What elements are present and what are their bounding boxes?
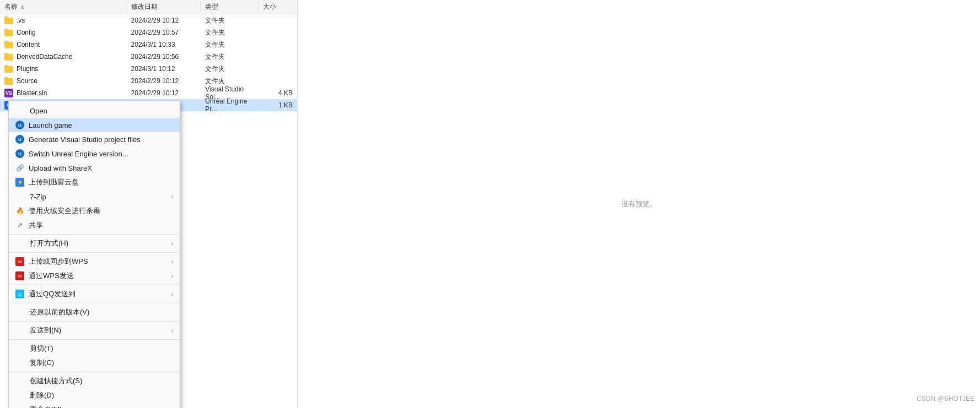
col-name-header[interactable]: 名称 ∧	[0, 1, 127, 13]
file-date-cell: 2024/2/29 10:56	[127, 53, 201, 61]
sort-arrow-icon: ∧	[20, 4, 24, 10]
empty-icon	[15, 344, 25, 353]
file-date-cell: 2024/2/29 10:12	[127, 17, 201, 24]
ctx-label: 7-Zip	[30, 193, 167, 201]
ctx-item-rename[interactable]: 重命名(M)	[9, 402, 180, 408]
ue-icon: U	[15, 121, 24, 129]
ctx-item-delete[interactable]: 删除(D)	[9, 388, 180, 402]
ctx-label: 上传或同步到WPS	[29, 257, 167, 266]
ue-icon: U	[15, 135, 24, 144]
no-preview-panel: 没有预览。	[298, 0, 980, 408]
table-row[interactable]: Config 2024/2/29 10:57 文件夹	[0, 26, 297, 39]
ctx-separator	[9, 339, 180, 340]
ctx-separator	[9, 285, 180, 285]
ctx-item-fire-antivirus[interactable]: 🔥 使用火绒安全进行杀毒	[9, 204, 180, 218]
submenu-arrow-icon: ›	[171, 259, 173, 265]
table-row[interactable]: .vs 2024/2/29 10:12 文件夹	[0, 14, 297, 26]
ctx-label: 复制(C)	[30, 358, 173, 368]
no-preview-text: 没有预览。	[621, 199, 657, 209]
submenu-arrow-icon: ›	[171, 241, 173, 247]
ctx-label: Launch game	[29, 121, 173, 129]
ctx-label: 通过WPS发送	[29, 271, 167, 281]
empty-icon	[15, 238, 25, 248]
folder-icon	[4, 65, 13, 73]
ctx-separator	[9, 303, 180, 303]
submenu-arrow-icon: ›	[171, 194, 173, 200]
folder-icon	[4, 41, 13, 48]
file-date-cell: 2024/3/1 10:33	[127, 41, 201, 48]
ctx-item-upload-sharex[interactable]: 🔗 Upload with ShareX	[9, 161, 180, 175]
file-name-cell: Config	[0, 29, 127, 36]
ctx-item-open[interactable]: Open	[9, 104, 180, 118]
empty-icon	[15, 325, 25, 335]
table-row[interactable]: Plugins 2024/3/1 10:12 文件夹	[0, 63, 297, 75]
wps-upload-icon: W	[15, 257, 24, 266]
ctx-item-send-to[interactable]: 发送到(N) ›	[9, 323, 180, 338]
ctx-label: 删除(D)	[30, 390, 173, 400]
col-type-header[interactable]: 类型	[201, 1, 259, 13]
empty-icon	[15, 192, 25, 202]
file-name-cell: .vs	[0, 17, 127, 24]
file-type-cell: Unreal Engine Pr...	[201, 97, 259, 113]
watermark: CSDN @SHOTJEE	[917, 395, 974, 402]
ctx-item-cut[interactable]: 剪切(T)	[9, 341, 180, 356]
empty-icon	[15, 358, 25, 368]
file-date-cell: 2024/2/29 10:57	[127, 29, 201, 36]
file-name-cell: VS Blaster.sln	[0, 89, 127, 97]
file-name: DerivedDataCache	[17, 53, 72, 61]
table-row[interactable]: Content 2024/3/1 10:33 文件夹	[0, 39, 297, 51]
file-name: Content	[17, 41, 40, 48]
ctx-label: 还原以前的版本(V)	[30, 307, 173, 317]
empty-icon	[15, 405, 25, 408]
folder-icon	[4, 53, 13, 61]
ctx-label: 共享	[29, 220, 173, 230]
file-type-cell: 文件夹	[201, 28, 259, 37]
file-date-cell: 2024/2/29 10:12	[127, 89, 201, 97]
ctx-item-wps-send[interactable]: W 通过WPS发送 ›	[9, 269, 180, 283]
file-name: .vs	[17, 17, 25, 24]
table-row[interactable]: DerivedDataCache 2024/2/29 10:56 文件夹	[0, 51, 297, 63]
ctx-label: Upload with ShareX	[29, 164, 173, 172]
ctx-item-upload-thunder[interactable]: ⚡ 上传到迅雷云盘	[9, 175, 180, 189]
file-name: Source	[17, 77, 37, 85]
ctx-label: 上传到迅雷云盘	[29, 177, 173, 187]
file-type-cell: 文件夹	[201, 52, 259, 62]
thunder-icon: ⚡	[15, 178, 24, 187]
ctx-item-7zip[interactable]: 7-Zip ›	[9, 189, 180, 204]
ctx-item-qq-send[interactable]: Q 通过QQ发送到 ›	[9, 287, 180, 301]
ctx-item-open-with[interactable]: 打开方式(H) ›	[9, 236, 180, 251]
file-name-cell: Plugins	[0, 65, 127, 73]
file-name: Blaster.sln	[17, 89, 47, 97]
ctx-separator	[9, 234, 180, 235]
column-headers: 名称 ∧ 修改日期 类型 大小	[0, 0, 297, 14]
col-date-header[interactable]: 修改日期	[127, 1, 201, 13]
ctx-item-create-shortcut[interactable]: 创建快捷方式(S)	[9, 374, 180, 388]
folder-icon	[4, 77, 13, 85]
file-size-cell: 1 KB	[259, 101, 297, 109]
ctx-label: 创建快捷方式(S)	[30, 376, 173, 386]
ctx-separator	[9, 252, 180, 253]
file-name: Config	[17, 29, 36, 36]
file-type-cell: 文件夹	[201, 16, 259, 25]
ctx-item-generate-vs[interactable]: U Generate Visual Studio project files	[9, 132, 180, 146]
ctx-item-switch-unreal[interactable]: U Switch Unreal Engine version...	[9, 146, 180, 161]
ctx-item-share[interactable]: ↗ 共享	[9, 218, 180, 232]
ctx-item-wps-upload[interactable]: W 上传或同步到WPS ›	[9, 254, 180, 269]
ctx-label: 重命名(M)	[30, 405, 173, 408]
col-size-header[interactable]: 大小	[259, 1, 297, 13]
ctx-item-launch-game[interactable]: U Launch game	[9, 118, 180, 132]
ue-icon: U	[15, 149, 24, 158]
file-date-cell: 2024/3/1 10:12	[127, 65, 201, 73]
folder-icon	[4, 29, 13, 36]
file-type-cell: 文件夹	[201, 64, 259, 74]
ctx-label: Open	[30, 107, 173, 115]
ctx-separator	[9, 372, 180, 372]
ctx-item-restore[interactable]: 还原以前的版本(V)	[9, 305, 180, 319]
file-size-cell: 4 KB	[259, 89, 297, 97]
folder-icon	[4, 17, 13, 24]
ctx-item-copy[interactable]: 复制(C)	[9, 356, 180, 370]
ctx-label: 打开方式(H)	[30, 238, 167, 248]
submenu-arrow-icon: ›	[171, 273, 173, 279]
file-type-cell: 文件夹	[201, 77, 259, 86]
empty-icon	[15, 390, 25, 400]
